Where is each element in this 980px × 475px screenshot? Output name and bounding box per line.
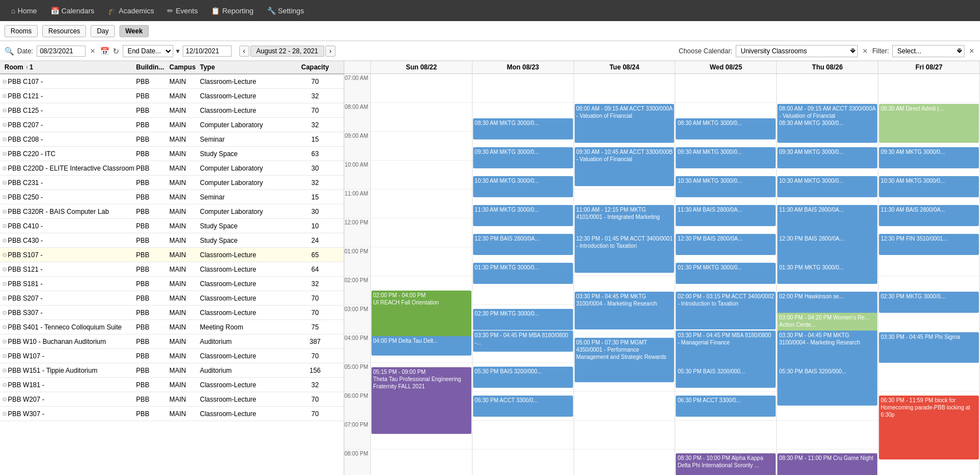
calendar-event[interactable]: 02:30 PM MKTG 3000/0...	[879, 292, 979, 313]
room-row[interactable]: ⊙ PBB S401 - Tenneco Colloquium Suite PB…	[0, 320, 344, 334]
calendar-event[interactable]: 09:30 AM MKTG 3000/0...	[777, 147, 877, 168]
resources-button[interactable]: Resources	[42, 25, 86, 37]
next-week-button[interactable]: ›	[325, 46, 335, 57]
calendar-event[interactable]: 12:30 PM FIN 3510/0001...	[879, 234, 979, 255]
nav-settings[interactable]: 🔧 Settings	[262, 4, 310, 17]
header-building[interactable]: Buildin...	[136, 63, 169, 71]
calendar-event[interactable]: 11:30 AM BAIS 2800/0A...	[777, 205, 877, 226]
room-row[interactable]: ⊙ PBB W307 - PBB MAIN Classroom-Lecture …	[0, 407, 344, 421]
calendar-event[interactable]: 03:30 PM - 04:45 PM MBA 8180/0800 - Mana…	[676, 331, 776, 368]
nav-reporting[interactable]: 📋 Reporting	[205, 4, 259, 17]
calendar-event[interactable]: 11:30 AM MKTG 3000/0...	[473, 205, 573, 226]
room-row[interactable]: ⊙ PBB C121 - PBB MAIN Classroom-Lecture …	[0, 89, 344, 103]
calendar-event[interactable]: 04:00 PM Delta Tau Delt...	[371, 336, 471, 356]
room-row[interactable]: ⊙ PBB S307 - PBB MAIN Classroom-Lecture …	[0, 306, 344, 320]
room-row[interactable]: ⊙ PBB W151 - Tippie Auditorium PBB MAIN …	[0, 363, 344, 378]
room-row[interactable]: ⊙ PBB C220 - ITC PBB MAIN Study Space 63	[0, 147, 344, 161]
room-row[interactable]: ⊙ PBB W181 - PBB MAIN Classroom-Lecture …	[0, 378, 344, 392]
calendar-event[interactable]: 05:30 PM BAIS 3200/000...	[676, 367, 776, 388]
calendar-event[interactable]: 03:30 PM - 04:45 PM Phi Sigma	[879, 332, 979, 363]
calendar-event[interactable]: 11:30 AM BAIS 2800/0A...	[676, 205, 776, 226]
filter-select[interactable]: Select...	[892, 45, 964, 57]
clear-calendar-button[interactable]: ✕	[861, 47, 869, 55]
calendar-event[interactable]: 08:30 AM Direct Admit (...	[879, 104, 979, 143]
day-header-wed[interactable]: Wed 08/25	[675, 61, 777, 73]
calendar-event[interactable]: 02:00 PM Hawkinson se...	[777, 292, 877, 313]
day-header-mon[interactable]: Mon 08/23	[473, 61, 574, 73]
room-row[interactable]: ⊙ PBB C410 - PBB MAIN Study Space 10	[0, 219, 344, 233]
day-header-sun[interactable]: Sun 08/22	[371, 61, 473, 73]
header-capacity[interactable]: Capacity	[297, 63, 333, 71]
calendar-event[interactable]: 09:30 AM MKTG 3000/0...	[676, 147, 776, 168]
calendar-event[interactable]: 06:30 PM ACCT 3300/0...	[473, 396, 573, 417]
room-row[interactable]: ⊙ PBB C231 - PBB MAIN Computer Laborator…	[0, 176, 344, 190]
calendar-event[interactable]: 05:15 PM - 09:00 PM Theta Tau Profession…	[371, 367, 471, 434]
search-icon[interactable]: 🔍	[4, 47, 14, 56]
calendar-event[interactable]: 06:30 PM - 11:59 PM block for Homecoming…	[879, 396, 979, 459]
rooms-button[interactable]: Rooms	[4, 25, 38, 37]
calendar-event[interactable]: 10:30 AM MKTG 3000/0...	[676, 176, 776, 197]
calendar-event[interactable]: 01:30 PM MKTG 3000/0...	[777, 263, 877, 284]
room-row[interactable]: ⊙ PBB C430 - PBB MAIN Study Space 24	[0, 233, 344, 248]
room-row[interactable]: ⊙ PBB C320R - BAIS Computer Lab PBB MAIN…	[0, 204, 344, 219]
calendar-event[interactable]: 01:30 PM MKTG 3000/0...	[473, 263, 573, 284]
calendar-event[interactable]: 03:30 PM - 04:45 PM MBA 8180/0800 -...	[473, 331, 573, 352]
calendar-event[interactable]: 08:00 AM - 09:15 AM ACCT 3300/000A - Val…	[575, 104, 675, 143]
calendar-event[interactable]: 11:30 AM BAIS 2800/0A...	[879, 205, 979, 226]
start-date-input[interactable]	[37, 46, 86, 57]
calendar-event[interactable]: 06:30 PM ACCT 3300/0...	[676, 396, 776, 417]
calendar-event[interactable]: 08:30 AM MKTG 3000/0...	[473, 118, 573, 139]
calendar-event[interactable]: 08:30 PM - 11:00 PM Cru Game Night	[777, 453, 877, 475]
calendar-event[interactable]: 01:30 PM MKTG 3000/0...	[676, 263, 776, 284]
header-type[interactable]: Type	[200, 63, 297, 71]
day-header-thu[interactable]: Thu 08/26	[777, 61, 878, 73]
clear-filter-button[interactable]: ✕	[968, 47, 976, 55]
calendar-event[interactable]: 05:00 PM - 07:30 PM MGMT 4350/0001 - Per…	[575, 338, 675, 382]
room-row[interactable]: ⊙ PBB C250 - PBB MAIN Seminar 15	[0, 190, 344, 204]
calendar-event[interactable]: 08:30 AM MKTG 3000/0...	[676, 118, 776, 139]
calendar-icon[interactable]: 📅	[100, 47, 109, 56]
calendar-event[interactable]: 03:30 PM - 04:45 PM MKTG 3100/0004 - Mar…	[575, 292, 675, 329]
room-row[interactable]: ⊙ PBB W207 - PBB MAIN Classroom-Lecture …	[0, 392, 344, 407]
refresh-button[interactable]: ↻	[113, 47, 119, 56]
calendar-event[interactable]: 02:30 PM MKTG 3000/0...	[473, 309, 573, 330]
calendar-select[interactable]: University Classrooms	[736, 45, 858, 57]
room-row[interactable]: ⊙ PBB S207 - PBB MAIN Classroom-Lecture …	[0, 291, 344, 306]
prev-week-button[interactable]: ‹	[239, 46, 249, 57]
calendar-event[interactable]: 12:30 PM - 01:45 PM ACCT 3400/0001 - Int…	[575, 234, 675, 273]
calendar-event[interactable]: 10:30 AM MKTG 3000/0...	[879, 176, 979, 197]
room-row[interactable]: ⊙ PBB C208 - PBB MAIN Seminar 15	[0, 132, 344, 147]
day-header-fri[interactable]: Fri 08/27	[878, 61, 980, 73]
week-button[interactable]: Week	[119, 25, 149, 37]
header-campus[interactable]: Campus	[169, 63, 200, 71]
nav-calendars[interactable]: 📅 Calendars	[45, 4, 100, 17]
room-row[interactable]: ⊙ PBB S121 - PBB MAIN Classroom-Lecture …	[0, 262, 344, 277]
end-date-dropdown[interactable]: End Date...	[123, 45, 173, 57]
calendar-event[interactable]: 12:30 PM BAIS 2800/0A...	[473, 234, 573, 255]
room-row[interactable]: ⊙ PBB S181 - PBB MAIN Classroom-Lecture …	[0, 277, 344, 291]
clear-start-date-button[interactable]: ✕	[89, 47, 97, 55]
calendar-event[interactable]: 03:30 PM - 04:45 PM MKTG 3100/0004 - Mar…	[777, 331, 877, 368]
calendar-event[interactable]: 10:30 AM MKTG 3000/0...	[473, 176, 573, 197]
calendar-event[interactable]: 10:30 AM MKTG 3000/0...	[777, 176, 877, 197]
nav-academics[interactable]: 🎓 Academics	[102, 4, 160, 17]
calendar-event[interactable]: 09:30 AM - 10:45 AM ACCT 3300/000B - Val…	[575, 147, 675, 186]
end-date-input[interactable]	[183, 46, 232, 57]
room-row[interactable]: ⊙ PBB C125 - PBB MAIN Classroom-Lecture …	[0, 103, 344, 118]
calendar-event[interactable]: 08:30 PM - 10:00 PM Alpha Kappa Delta Ph…	[676, 453, 776, 475]
calendar-event[interactable]: 08:30 AM MKTG 3000/0...	[777, 118, 877, 139]
room-row[interactable]: ⊙ PBB S107 - PBB MAIN Classroom-Lecture …	[0, 248, 344, 262]
room-row[interactable]: ⊙ PBB C220D - ELITE Interactive Classroo…	[0, 161, 344, 176]
room-row[interactable]: ⊙ PBB C207 - PBB MAIN Computer Laborator…	[0, 118, 344, 132]
day-header-tue[interactable]: Tue 08/24	[574, 61, 676, 73]
calendar-event[interactable]: 12:30 PM BAIS 2800/0A...	[777, 234, 877, 255]
nav-home[interactable]: ⌂ Home	[6, 4, 43, 17]
calendar-event[interactable]: 02:00 PM - 04:00 PM UI REACH Fall Orient…	[371, 291, 471, 338]
day-button[interactable]: Day	[91, 25, 114, 37]
calendar-event[interactable]: 09:30 AM MKTG 3000/0...	[473, 147, 573, 168]
calendar-event[interactable]: 05:30 PM BAIS 3200/000...	[473, 367, 573, 388]
calendar-event[interactable]: 05:30 PM BAIS 3200/000...	[777, 367, 877, 388]
calendar-event[interactable]: 09:30 AM MKTG 3000/0...	[879, 147, 979, 168]
room-row[interactable]: ⊙ PBB W107 - PBB MAIN Classroom-Lecture …	[0, 349, 344, 363]
nav-events[interactable]: ✏ Events	[162, 4, 203, 17]
